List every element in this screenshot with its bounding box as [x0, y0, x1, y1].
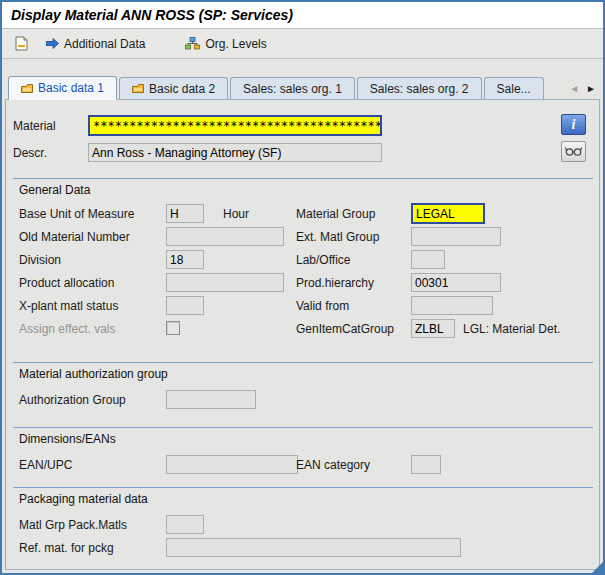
- row-ean: EAN/UPC EAN category: [6, 455, 599, 476]
- ean-category-field[interactable]: [411, 455, 441, 474]
- tabstrip: Basic data 1 Basic data 2 Sales: sales o…: [2, 75, 603, 99]
- material-field[interactable]: ****************************************: [88, 115, 382, 136]
- org-chart-icon: [185, 37, 200, 50]
- sap-window: Display Material ANN ROSS (SP: Services)…: [0, 0, 605, 575]
- matl-grp-pack-label: Matl Grp Pack.Matls: [19, 518, 127, 532]
- base-unit-field[interactable]: H: [166, 204, 204, 223]
- ref-mat-field[interactable]: [166, 538, 461, 557]
- tab-scroll-left-icon[interactable]: ◄: [569, 84, 579, 94]
- ean-upc-field[interactable]: [166, 455, 298, 474]
- page-title: Display Material ANN ROSS (SP: Services): [11, 7, 293, 23]
- section-divider: [13, 362, 593, 363]
- tab-label: Sales: sales org. 1: [243, 82, 342, 96]
- tab-sales-org-2[interactable]: Sales: sales org. 2: [357, 77, 482, 99]
- tab-label: Basic data 1: [38, 81, 104, 95]
- tab-label: Basic data 2: [149, 82, 215, 96]
- general-data-title: General Data: [19, 183, 90, 197]
- org-levels-label: Org. Levels: [205, 37, 266, 51]
- packaging-title: Packaging material data: [19, 492, 148, 506]
- row-matl-grp-pack: Matl Grp Pack.Matls: [6, 515, 599, 536]
- section-divider: [13, 178, 593, 179]
- display-text-button[interactable]: [561, 141, 586, 162]
- xplant-status-label: X-plant matl status: [19, 299, 118, 313]
- tab-basic-data-1[interactable]: Basic data 1: [8, 76, 117, 100]
- old-material-label: Old Material Number: [19, 230, 130, 244]
- tab-icon: [132, 83, 144, 94]
- assign-effect-label: Assign effect. vals: [19, 322, 116, 336]
- row-auth-group: Authorization Group: [6, 390, 599, 411]
- tab-label: Sales: sales org. 2: [370, 82, 469, 96]
- material-group-label: Material Group: [296, 207, 375, 221]
- assign-effect-vals-checkbox: [166, 321, 180, 335]
- row-xplant-status: X-plant matl status Valid from: [6, 296, 599, 317]
- row-ref-mat: Ref. mat. for pckg: [6, 538, 599, 559]
- additional-data-label: Additional Data: [64, 37, 145, 51]
- row-material: Material *******************************…: [6, 116, 599, 137]
- ean-category-label: EAN category: [296, 458, 370, 472]
- tab-sales-truncated[interactable]: Sale...: [484, 77, 544, 99]
- check-screen-button[interactable]: [9, 33, 34, 54]
- basic-data-1-panel: Material *******************************…: [5, 99, 600, 570]
- tab-sales-org-1[interactable]: Sales: sales org. 1: [230, 77, 355, 99]
- resize-grip[interactable]: [592, 562, 603, 573]
- tab-scroll-right-icon[interactable]: ►: [586, 84, 596, 94]
- toolbar: Additional Data Org. Levels: [2, 29, 603, 59]
- auth-group-label: Authorization Group: [19, 393, 126, 407]
- ext-matl-group-field[interactable]: [411, 227, 501, 246]
- division-field[interactable]: 18: [166, 250, 204, 269]
- tab-label: Sale...: [497, 82, 531, 96]
- product-allocation-field[interactable]: [166, 273, 284, 292]
- document-icon: [15, 36, 28, 51]
- row-assign-effect: Assign effect. vals GenItemCatGroup ZLBL…: [6, 319, 599, 340]
- row-division: Division 18 Lab/Office: [6, 250, 599, 271]
- info-button[interactable]: i: [561, 114, 586, 135]
- tab-icon: [21, 83, 33, 94]
- xplant-status-field[interactable]: [166, 296, 204, 315]
- tab-basic-data-2[interactable]: Basic data 2: [119, 77, 228, 99]
- ean-upc-label: EAN/UPC: [19, 458, 72, 472]
- descr-field[interactable]: Ann Ross - Managing Attorney (SF): [88, 143, 382, 162]
- material-label: Material: [13, 119, 56, 133]
- lab-office-label: Lab/Office: [296, 253, 350, 267]
- additional-data-button[interactable]: Additional Data: [40, 34, 151, 54]
- row-base-unit: Base Unit of Measure H Hour Material Gro…: [6, 204, 599, 225]
- base-unit-text: Hour: [223, 207, 249, 221]
- gen-item-cat-field[interactable]: ZLBL: [411, 319, 455, 338]
- glasses-icon: [565, 146, 582, 157]
- product-allocation-label: Product allocation: [19, 276, 114, 290]
- section-divider: [13, 487, 593, 488]
- section-divider: [13, 427, 593, 428]
- valid-from-label: Valid from: [296, 299, 349, 313]
- division-label: Division: [19, 253, 61, 267]
- arrow-right-icon: [46, 38, 59, 49]
- base-unit-label: Base Unit of Measure: [19, 207, 134, 221]
- prod-hierarchy-field[interactable]: 00301: [411, 273, 501, 292]
- material-group-field[interactable]: LEGAL: [411, 203, 485, 224]
- descr-label: Descr.: [13, 146, 47, 160]
- row-descr: Descr. Ann Ross - Managing Attorney (SF): [6, 143, 599, 164]
- ref-mat-label: Ref. mat. for pckg: [19, 541, 114, 555]
- ext-matl-group-label: Ext. Matl Group: [296, 230, 379, 244]
- auth-group-field[interactable]: [166, 390, 256, 409]
- tab-scroll-controls: ◄ ►: [569, 84, 596, 94]
- matl-grp-pack-field[interactable]: [166, 515, 204, 534]
- titlebar: Display Material ANN ROSS (SP: Services): [2, 2, 603, 29]
- valid-from-field[interactable]: [411, 296, 493, 315]
- prod-hierarchy-label: Prod.hierarchy: [296, 276, 374, 290]
- org-levels-button[interactable]: Org. Levels: [179, 34, 272, 54]
- authorization-title: Material authorization group: [19, 367, 168, 381]
- gen-item-cat-text: LGL: Material Det.: [463, 322, 560, 336]
- old-material-field[interactable]: [166, 227, 284, 246]
- gen-item-cat-label: GenItemCatGroup: [296, 322, 394, 336]
- row-product-allocation: Product allocation Prod.hierarchy 00301: [6, 273, 599, 294]
- row-old-material: Old Material Number Ext. Matl Group: [6, 227, 599, 248]
- lab-office-field[interactable]: [411, 250, 445, 269]
- dimensions-title: Dimensions/EANs: [19, 432, 116, 446]
- info-icon: i: [572, 117, 576, 133]
